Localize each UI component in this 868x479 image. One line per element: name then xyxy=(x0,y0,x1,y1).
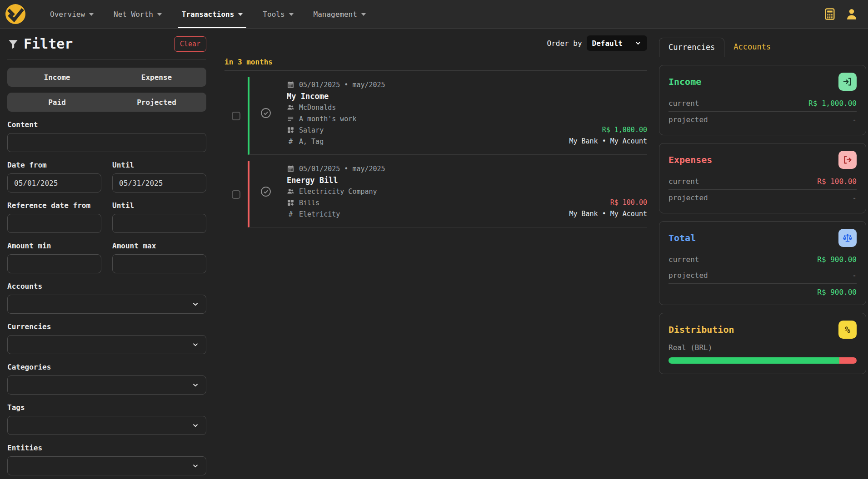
chevron-down-icon xyxy=(89,13,94,16)
transactions-panel: Order by Default in 3 months xyxy=(214,29,654,479)
transaction-row: 05/01/2025 • may/2025 My Income McDonald… xyxy=(224,77,647,155)
chevron-down-icon xyxy=(191,381,200,389)
income-card-title: Income xyxy=(668,76,701,87)
expense-toggle-button[interactable]: Expense xyxy=(107,68,206,87)
chevron-down-icon xyxy=(191,300,200,308)
transaction-date: 05/01/2025 • may/2025 xyxy=(299,81,385,89)
order-by-value: Default xyxy=(592,39,623,48)
hash-icon: # xyxy=(287,138,294,146)
amount-max-label: Amount max xyxy=(112,242,206,250)
status-toggle: Paid Projected xyxy=(7,93,206,112)
tab-currencies[interactable]: Currencies xyxy=(659,38,724,57)
transaction-tags: A, Tag xyxy=(299,138,324,146)
amount-min-input[interactable] xyxy=(7,254,101,273)
transaction-category: Bills xyxy=(299,199,319,207)
row-value: - xyxy=(852,193,857,202)
order-by-label: Order by xyxy=(547,39,582,48)
summary-tabs: Currencies Accounts xyxy=(659,38,866,57)
transaction-entity-row: McDonalds xyxy=(287,102,385,113)
chevron-down-icon xyxy=(634,40,642,47)
hash-icon: # xyxy=(287,210,294,218)
nav-item-overview[interactable]: Overview xyxy=(40,0,104,28)
total-card-title: Total xyxy=(668,232,696,243)
nav-item-label: Tools xyxy=(263,10,284,19)
transaction-checkbox[interactable] xyxy=(232,112,240,120)
row-label: current xyxy=(668,177,699,186)
check-circle-icon xyxy=(260,108,271,119)
categories-select[interactable] xyxy=(7,375,206,395)
nav-item-management[interactable]: Management xyxy=(304,0,376,28)
calculator-icon[interactable] xyxy=(823,8,836,20)
currencies-select[interactable] xyxy=(7,335,206,354)
entities-select[interactable] xyxy=(7,456,206,475)
category-icon xyxy=(287,199,294,207)
tags-label: Tags xyxy=(7,403,206,412)
transaction-group-header: in 3 months xyxy=(224,58,647,71)
main-content: Filter Clear Income Expense Paid Project… xyxy=(0,29,868,479)
transaction-account: My Bank • My Acount xyxy=(569,208,647,220)
date-until-input[interactable] xyxy=(112,173,206,193)
income-toggle-button[interactable]: Income xyxy=(7,68,107,87)
content-label: Content xyxy=(7,120,206,129)
user-profile-icon[interactable] xyxy=(845,8,858,20)
row-label: current xyxy=(668,99,699,108)
transaction-category: Salary xyxy=(299,126,324,134)
ref-date-from-input[interactable] xyxy=(7,214,101,233)
distribution-bar-red xyxy=(839,357,857,364)
chevron-down-icon xyxy=(238,13,243,16)
transaction-description-row: A month's work xyxy=(287,113,385,124)
transaction-card-expense[interactable]: 05/01/2025 • may/2025 Energy Bill Electr… xyxy=(248,161,647,227)
transaction-amount: R$ 100.00 xyxy=(569,197,647,208)
filter-funnel-icon xyxy=(7,38,19,50)
order-by-select[interactable]: Default xyxy=(587,35,647,51)
chevron-down-icon xyxy=(191,421,200,430)
accounts-select[interactable] xyxy=(7,295,206,314)
expenses-card-title: Expenses xyxy=(668,154,712,165)
row-label: projected xyxy=(668,193,708,202)
amount-min-label: Amount min xyxy=(7,242,101,250)
clear-filter-button[interactable]: Clear xyxy=(174,36,206,52)
row-label: current xyxy=(668,255,699,264)
expenses-projected-row: projected - xyxy=(668,190,857,206)
projected-toggle-button[interactable]: Projected xyxy=(107,93,206,112)
total-card: Total current R$ 900.00 projected - xyxy=(659,221,866,305)
navbar-actions xyxy=(823,8,858,20)
transaction-card-income[interactable]: 05/01/2025 • may/2025 My Income McDonald… xyxy=(248,77,647,155)
distribution-card: Distribution % Real (BRL) xyxy=(659,313,866,374)
transaction-entity: Electricity Company xyxy=(299,188,377,196)
row-label: projected xyxy=(668,115,708,124)
percent-icon: % xyxy=(838,321,857,339)
amount-max-input[interactable] xyxy=(112,254,206,273)
total-sum-row: R$ 900.00 xyxy=(668,284,857,297)
tab-accounts[interactable]: Accounts xyxy=(724,38,780,57)
app-logo-icon[interactable] xyxy=(5,3,26,25)
nav-item-tools[interactable]: Tools xyxy=(253,0,303,28)
summary-panel: Currencies Accounts Income current R$ 1,… xyxy=(654,29,868,479)
calendar-icon xyxy=(287,81,294,89)
transaction-category-row: Bills xyxy=(287,197,385,208)
total-projected-row: projected - xyxy=(668,267,857,283)
row-value: - xyxy=(852,271,857,280)
ref-date-until-input[interactable] xyxy=(112,214,206,233)
expenses-card: Expenses current R$ 100.00 projected - xyxy=(659,143,866,213)
tags-select[interactable] xyxy=(7,416,206,435)
transaction-checkbox[interactable] xyxy=(232,190,240,199)
transaction-entity-row: Electricity Company xyxy=(287,186,385,197)
nav-item-transactions[interactable]: Transactions xyxy=(172,0,253,28)
entities-label: Entities xyxy=(7,444,206,452)
navbar: Overview Net Worth Transactions Tools Ma… xyxy=(0,0,868,29)
row-value: R$ 1,000.00 xyxy=(808,99,857,108)
income-projected-row: projected - xyxy=(668,112,857,128)
transaction-tags: Eletricity xyxy=(299,210,340,218)
paid-toggle-button[interactable]: Paid xyxy=(7,93,107,112)
chevron-down-icon xyxy=(157,13,162,16)
balance-scale-icon xyxy=(838,229,857,247)
nav-menu: Overview Net Worth Transactions Tools Ma… xyxy=(40,0,376,28)
date-from-input[interactable] xyxy=(7,173,101,193)
users-icon xyxy=(287,104,294,111)
currencies-label: Currencies xyxy=(7,322,206,331)
category-icon xyxy=(287,126,294,134)
nav-item-net-worth[interactable]: Net Worth xyxy=(104,0,172,28)
check-circle-icon xyxy=(260,186,271,197)
content-input[interactable] xyxy=(7,133,206,152)
